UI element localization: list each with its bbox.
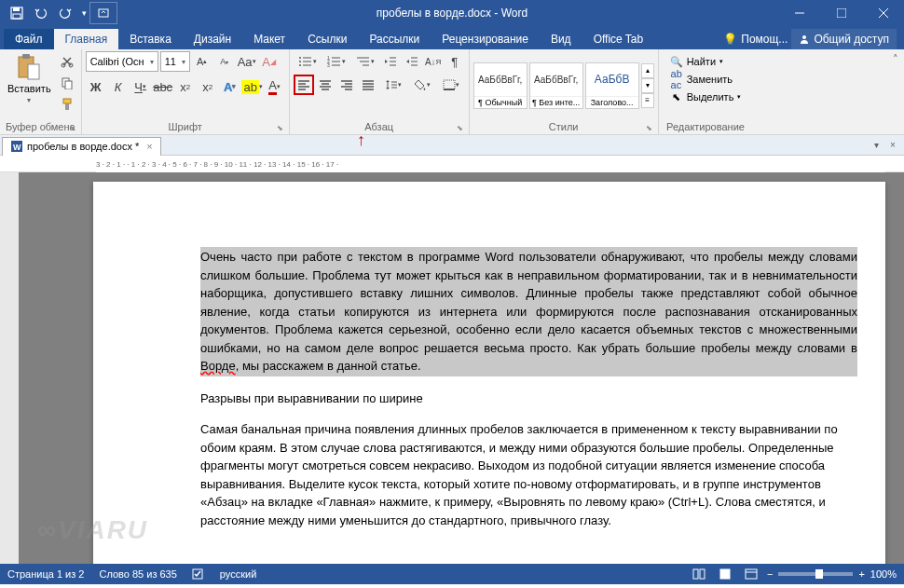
svg-rect-16 xyxy=(63,99,71,103)
tab-home[interactable]: Главная xyxy=(54,29,119,49)
decrease-indent-button[interactable] xyxy=(380,51,401,72)
zoom-out-button[interactable]: − xyxy=(767,568,773,580)
redo-button[interactable] xyxy=(54,2,76,24)
svg-point-8 xyxy=(802,35,806,39)
selected-paragraph[interactable]: Очень часто при работе с текстом в прогр… xyxy=(200,247,857,376)
ribbon-display-options[interactable] xyxy=(89,2,117,24)
tab-insert[interactable]: Вставка xyxy=(118,29,183,49)
align-right-button[interactable] xyxy=(336,75,357,95)
numbering-button[interactable]: 123▾ xyxy=(322,51,350,72)
web-layout-button[interactable] xyxy=(741,566,761,582)
tab-close-all[interactable]: × xyxy=(885,138,900,153)
svg-point-18 xyxy=(299,57,301,59)
line-spacing-button[interactable]: ▾ xyxy=(379,75,407,95)
style-no-spacing[interactable]: АаБбВвГг,¶ Без инте... xyxy=(529,62,583,109)
grow-font-button[interactable]: A▴ xyxy=(192,51,212,72)
format-painter-button[interactable] xyxy=(57,94,77,115)
clipboard-launcher[interactable]: ⬊ xyxy=(69,124,75,132)
subscript-button[interactable]: x2 xyxy=(175,76,196,97)
styles-down[interactable]: ▾ xyxy=(641,78,654,93)
tab-file[interactable]: Файл xyxy=(4,29,54,49)
align-center-button[interactable] xyxy=(315,75,336,95)
qat-customize[interactable]: ▾ xyxy=(78,2,89,24)
close-button[interactable] xyxy=(862,0,904,26)
spellcheck-word: Ворде xyxy=(200,359,236,373)
tell-me[interactable]: 💡 Помощ... xyxy=(723,33,788,46)
minimize-button[interactable] xyxy=(778,0,820,26)
undo-button[interactable] xyxy=(30,2,52,24)
save-button[interactable] xyxy=(6,2,28,24)
tab-view[interactable]: Вид xyxy=(540,29,582,49)
paragraph-launcher[interactable]: ⬊ xyxy=(457,124,463,132)
zoom-slider[interactable] xyxy=(778,572,853,576)
bold-button[interactable]: Ж xyxy=(86,76,106,97)
style-heading1[interactable]: АаБбВЗаголово... xyxy=(585,62,639,109)
replace-button[interactable]: abacЗаменить xyxy=(664,71,747,88)
italic-button[interactable]: К xyxy=(108,76,129,97)
sort-button[interactable]: A↓Я xyxy=(423,51,444,72)
page-status[interactable]: Страница 1 из 2 xyxy=(7,568,84,580)
styles-launcher[interactable]: ⬊ xyxy=(646,124,652,132)
print-layout-button[interactable] xyxy=(715,566,735,582)
spellcheck-status[interactable] xyxy=(192,567,205,581)
svg-rect-66 xyxy=(720,569,730,579)
group-styles: АаБбВвГг,¶ Обычный АаБбВвГг,¶ Без инте..… xyxy=(470,49,659,134)
font-launcher[interactable]: ⬊ xyxy=(277,124,283,132)
bullets-button[interactable]: ▾ xyxy=(294,51,322,72)
cut-button[interactable] xyxy=(57,51,77,72)
tab-review[interactable]: Рецензирование xyxy=(431,29,540,49)
body-paragraph[interactable]: Самая банальная причина появления длинны… xyxy=(200,420,857,529)
statusbar: Страница 1 из 2 Слово 85 из 635 русский … xyxy=(0,564,904,584)
paste-button[interactable]: Вставить ▾ xyxy=(4,51,55,106)
ruler-vertical[interactable] xyxy=(0,172,19,564)
tab-mailings[interactable]: Рассылки xyxy=(358,29,431,49)
shrink-font-button[interactable]: A▾ xyxy=(214,51,235,72)
borders-button[interactable]: ▾ xyxy=(437,75,465,95)
font-size-combo[interactable]: 11▾ xyxy=(160,51,190,72)
document-tab-name: пробелы в ворде.docx * xyxy=(27,141,139,152)
styles-more[interactable]: ≡ xyxy=(641,93,654,108)
tab-design[interactable]: Дизайн xyxy=(183,29,242,49)
tab-references[interactable]: Ссылки xyxy=(296,29,358,49)
ruler-horizontal[interactable]: 3 · 2 · 1 · · 1 · 2 · 3 · 4 · 5 · 6 · 7 … xyxy=(0,156,904,172)
multilevel-list-button[interactable]: ▾ xyxy=(351,51,379,72)
text-effects-button[interactable]: A▾ xyxy=(220,76,240,97)
collapse-ribbon[interactable]: ˄ xyxy=(887,49,904,134)
styles-up[interactable]: ▴ xyxy=(641,63,654,78)
font-color-button[interactable]: A▾ xyxy=(265,76,285,97)
show-marks-button[interactable]: ¶ xyxy=(445,51,465,72)
read-mode-button[interactable] xyxy=(689,566,709,582)
svg-text:W: W xyxy=(13,143,21,152)
ruler-marks: 3 · 2 · 1 · · 1 · 2 · 3 · 4 · 5 · 6 · 7 … xyxy=(96,156,885,172)
clear-formatting-button[interactable]: A◢ xyxy=(259,51,280,72)
underline-button[interactable]: Ч▾ xyxy=(130,76,151,97)
tab-officetab[interactable]: Office Tab xyxy=(582,29,655,49)
strikethrough-button[interactable]: abc xyxy=(153,76,173,97)
close-tab-icon[interactable]: × xyxy=(146,141,152,152)
justify-button[interactable] xyxy=(358,75,378,95)
style-normal[interactable]: АаБбВвГг,¶ Обычный xyxy=(473,62,527,109)
document-area[interactable]: Очень часто при работе с текстом в прогр… xyxy=(0,172,904,564)
language-status[interactable]: русский xyxy=(220,568,256,580)
shading-button[interactable]: ▾ xyxy=(408,75,436,95)
maximize-button[interactable] xyxy=(820,0,862,26)
zoom-in-button[interactable]: + xyxy=(858,568,864,580)
document-tab[interactable]: W пробелы в ворде.docx * × xyxy=(2,137,161,156)
group-editing: 🔍Найти ▾ abacЗаменить ⬉Выделить ▾ Редакт… xyxy=(659,49,753,134)
styles-group-label: Стили xyxy=(549,121,579,132)
font-name-combo[interactable]: Calibri (Осн▾ xyxy=(86,51,158,72)
superscript-button[interactable]: x2 xyxy=(198,76,218,97)
share-button[interactable]: Общий доступ xyxy=(791,29,897,49)
align-left-button[interactable] xyxy=(294,75,314,95)
select-button[interactable]: ⬉Выделить ▾ xyxy=(664,89,747,105)
heading-paragraph[interactable]: Разрывы при выравнивании по ширине xyxy=(200,390,857,408)
word-count-status[interactable]: Слово 85 из 635 xyxy=(99,568,176,580)
page[interactable]: Очень часто при работе с текстом в прогр… xyxy=(93,182,885,564)
change-case-button[interactable]: Aa▾ xyxy=(237,51,257,72)
tab-layout[interactable]: Макет xyxy=(242,29,296,49)
zoom-level[interactable]: 100% xyxy=(870,568,897,580)
tab-dropdown[interactable]: ▾ xyxy=(869,138,883,153)
increase-indent-button[interactable] xyxy=(402,51,422,72)
highlight-button[interactable]: ab▾ xyxy=(242,76,263,97)
copy-button[interactable] xyxy=(57,73,77,93)
